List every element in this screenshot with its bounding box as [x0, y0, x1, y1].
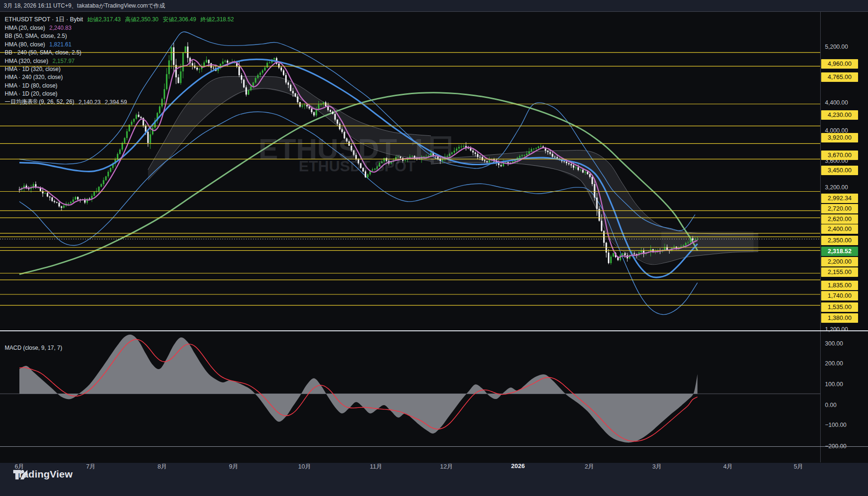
time-axis-label[interactable]: 2026: [511, 462, 525, 469]
price-level-badge[interactable]: 2,620.00: [821, 214, 858, 224]
macd-grid-label: 100.00: [825, 381, 843, 388]
price-grid-label: 3,200.00: [825, 184, 848, 191]
legend-value: 2,240.83: [49, 25, 71, 31]
last-price-badge[interactable]: 2,318.52: [821, 247, 858, 256]
legend-label: HMA (80, close): [5, 41, 45, 48]
time-axis-label[interactable]: 4月: [723, 462, 733, 471]
time-axis-label[interactable]: 2月: [585, 462, 594, 471]
legend-label: BB · 240 (50, SMA, close, 2.5): [5, 49, 81, 56]
legend-row[interactable]: 一目均衡表® (9, 26, 52, 26)2,140.232,394.59: [5, 98, 234, 106]
created-timestamp: 3月 18, 2026 16:11 UTC+9、takatabaがTrading…: [4, 2, 165, 10]
time-axis-label[interactable]: 8月: [158, 462, 167, 471]
legend-label: 一目均衡表® (9, 26, 52, 26): [5, 98, 74, 106]
price-level-badge[interactable]: 2,992.34: [821, 194, 858, 203]
legend-label: ETHUSDT SPOT · 1日 · Bybit: [5, 16, 83, 24]
legend-row[interactable]: HMA · 1D (20, close): [5, 90, 234, 98]
legend-value: 安値2,306.49: [163, 16, 196, 24]
legend-row[interactable]: HMA · 1D (320, close): [5, 65, 234, 73]
price-level-badge[interactable]: 4,960.00: [821, 59, 858, 69]
price-level-badge[interactable]: 1,535.00: [821, 302, 858, 312]
time-axis-label[interactable]: 10月: [298, 462, 311, 471]
legend-value: 高値2,350.30: [125, 16, 158, 24]
legend-value: 2,394.59: [105, 99, 127, 106]
price-level-badge[interactable]: 3,670.00: [821, 151, 858, 160]
time-axis-label[interactable]: 6月: [15, 462, 24, 471]
price-level-badge[interactable]: 1,835.00: [821, 281, 858, 290]
legend-value: 始値2,317.43: [88, 16, 121, 24]
price-level-badge[interactable]: 4,230.00: [821, 110, 858, 120]
time-axis-label[interactable]: 11月: [370, 462, 383, 471]
pane-separator[interactable]: [0, 330, 868, 331]
legend-row[interactable]: ETHUSDT SPOT · 1日 · Bybit始値2,317.43高値2,3…: [5, 16, 234, 24]
legend-row[interactable]: HMA · 240 (320, close): [5, 73, 234, 81]
legend-row[interactable]: HMA (80, close)1,821.61: [5, 40, 234, 48]
legend-value: 終値2,318.52: [201, 16, 234, 24]
price-level-badge[interactable]: 2,155.00: [821, 267, 858, 277]
chart-area[interactable]: ETHUSDT, 1日 ETHUSDT SPOT ETHUSDT SPOT · …: [0, 11, 868, 463]
legend-row[interactable]: BB · 240 (50, SMA, close, 2.5): [5, 49, 234, 57]
legend-row[interactable]: HMA (320, close)2,157.97: [5, 57, 234, 65]
price-grid-label: 1,200.00: [825, 326, 848, 333]
indicator-legend: ETHUSDT SPOT · 1日 · Bybit始値2,317.43高値2,3…: [5, 16, 234, 106]
price-level-badge[interactable]: 2,400.00: [821, 224, 858, 234]
price-axis-border: [820, 11, 821, 462]
legend-label: BB (50, SMA, close, 2.5): [5, 33, 67, 39]
tradingview-chart-window: 3月 18, 2026 16:11 UTC+9、takatabaがTrading…: [0, 0, 868, 496]
legend-value: 2,140.23: [79, 99, 101, 106]
legend-row[interactable]: BB (50, SMA, close, 2.5): [5, 32, 234, 40]
macd-grid-label: 0.00: [825, 402, 836, 408]
macd-pane[interactable]: [0, 335, 820, 443]
legend-value: 2,157.97: [53, 58, 75, 64]
macd-grid-label: 300.00: [825, 340, 843, 347]
price-grid-label: 4,400.00: [825, 99, 848, 106]
time-axis-label[interactable]: 9月: [229, 462, 238, 471]
price-level-badge[interactable]: 2,720.00: [821, 204, 858, 213]
time-axis-label[interactable]: 7月: [86, 462, 96, 471]
watermark-subtitle: ETHUSDT SPOT: [298, 158, 415, 175]
price-level-badge[interactable]: 2,200.00: [821, 257, 858, 266]
time-axis-label[interactable]: 5月: [794, 462, 803, 471]
legend-row[interactable]: HMA · 1D (80, close): [5, 81, 234, 89]
legend-label: HMA · 1D (320, close): [5, 66, 61, 72]
legend-label: HMA · 1D (80, close): [5, 82, 57, 89]
price-level-badge[interactable]: 4,765.00: [821, 72, 858, 82]
price-level-badge[interactable]: 3,920.00: [821, 133, 858, 142]
time-axis-label[interactable]: 3月: [652, 462, 662, 471]
macd-legend[interactable]: MACD (close, 9, 17, 7): [5, 345, 62, 351]
price-grid-label: 5,200.00: [825, 44, 848, 50]
legend-label: HMA · 1D (20, close): [5, 90, 57, 97]
legend-label: HMA (320, close): [5, 58, 48, 64]
time-axis-label[interactable]: 12月: [440, 462, 453, 471]
macd-grid-label: −100.00: [825, 422, 847, 428]
legend-row[interactable]: HMA (20, close)2,240.83: [5, 24, 234, 32]
price-level-badge[interactable]: 1,740.00: [821, 291, 858, 301]
legend-value: 1,821.61: [49, 41, 71, 48]
price-level-badge[interactable]: 3,450.00: [821, 166, 858, 175]
bottom-bar: TradingView: [0, 463, 868, 496]
legend-label: HMA · 240 (320, close): [5, 74, 63, 80]
macd-grid-label: 200.00: [825, 360, 843, 367]
top-bar: 3月 18, 2026 16:11 UTC+9、takatabaがTrading…: [0, 0, 868, 11]
price-level-badge[interactable]: 1,380.00: [821, 313, 858, 323]
time-axis-border: [0, 446, 868, 447]
price-level-badge[interactable]: 2,350.00: [821, 236, 858, 245]
legend-label: HMA (20, close): [5, 25, 45, 31]
